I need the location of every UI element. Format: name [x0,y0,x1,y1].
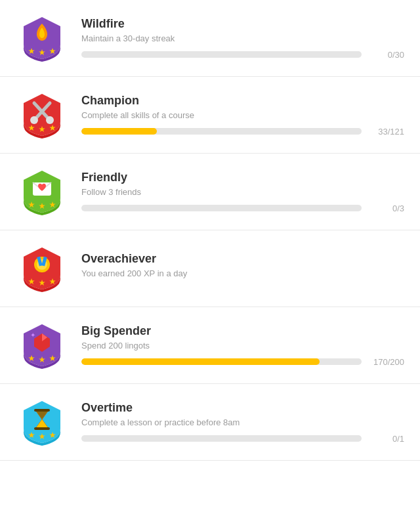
achievement-title-friendly: Friendly [81,171,404,184]
progress-label-overtime: 0/1 [368,434,404,444]
progress-label-champion: 33/121 [368,127,404,137]
progress-bar-bg-big-spender [81,358,362,365]
achievement-desc-big-spender: Spend 200 lingots [81,341,404,351]
svg-text:✦: ✦ [30,331,35,339]
achievement-title-overachiever: Overachiever [81,252,404,266]
achievement-item-friendly: FriendlyFollow 3 friends0/3 [0,154,420,230]
svg-rect-28 [34,427,50,430]
achievement-item-champion: ChampionComplete all skills of a course3… [0,77,420,154]
achievement-content-overtime: OvertimeComplete a lesson or practice be… [81,401,404,444]
achievement-desc-overachiever: You earned 200 XP in a day [81,268,404,278]
progress-row-big-spender: 170/200 [81,357,404,367]
svg-rect-27 [34,409,50,412]
achievement-desc-friendly: Follow 3 friends [81,187,404,197]
progress-bar-bg-friendly [81,205,362,211]
achievement-content-friendly: FriendlyFollow 3 friends0/3 [81,171,404,213]
badge-champion [16,89,68,141]
achievement-title-big-spender: Big Spender [81,324,404,338]
progress-label-wildfire: 0/30 [368,50,404,60]
achievement-desc-wildfire: Maintain a 30-day streak [81,33,404,43]
progress-row-friendly: 0/3 [81,203,404,213]
achievement-content-overachiever: OverachieverYou earned 200 XP in a day [81,252,404,285]
badge-icon-overachiever [18,245,66,292]
progress-bar-fill-champion [81,128,157,135]
badge-overachiever [16,242,68,295]
badge-icon-overtime [18,398,66,446]
svg-point-5 [30,116,38,124]
progress-row-overtime: 0/1 [81,434,404,444]
badge-wildfire [16,12,68,64]
progress-bar-bg-wildfire [81,51,362,58]
progress-label-big-spender: 170/200 [368,357,404,367]
badge-overtime [16,396,68,448]
achievement-item-overachiever: OverachieverYou earned 200 XP in a day [0,230,420,307]
achievement-content-wildfire: WildfireMaintain a 30-day streak0/30 [81,17,404,60]
progress-bar-fill-big-spender [81,358,320,365]
achievement-title-wildfire: Wildfire [81,17,404,31]
badge-icon-friendly [18,168,66,215]
badge-icon-champion [18,91,66,138]
achievement-item-overtime: OvertimeComplete a lesson or practice be… [0,384,420,461]
progress-row-champion: 33/121 [81,127,404,137]
badge-big-spender: ✦ [16,319,68,372]
achievement-desc-overtime: Complete a lesson or practice before 8am [81,417,404,427]
progress-label-friendly: 0/3 [368,203,404,213]
progress-row-wildfire: 0/30 [81,50,404,60]
achievement-title-overtime: Overtime [81,401,404,415]
achievement-title-champion: Champion [81,94,404,108]
achievement-content-big-spender: Big SpenderSpend 200 lingots170/200 [81,324,404,367]
progress-bar-bg-champion [81,128,362,135]
svg-point-6 [46,116,54,124]
achievement-content-champion: ChampionComplete all skills of a course3… [81,94,404,137]
progress-bar-bg-overtime [81,435,362,442]
badge-icon-wildfire [18,14,66,62]
achievement-item-wildfire: WildfireMaintain a 30-day streak0/30 [0,0,420,77]
achievement-list: WildfireMaintain a 30-day streak0/30Cham… [0,0,420,461]
achievement-item-big-spender: ✦Big SpenderSpend 200 lingots170/200 [0,307,420,384]
badge-friendly [16,165,68,218]
badge-icon-big-spender: ✦ [18,322,66,369]
achievement-desc-champion: Complete all skills of a course [81,110,404,120]
